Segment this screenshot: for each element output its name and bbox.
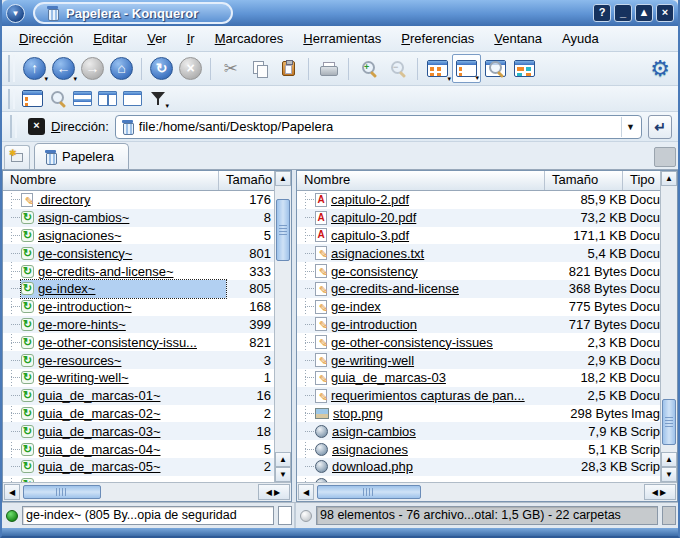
file-name[interactable]: ge-credits-and-license~ [38,264,226,279]
file-name[interactable]: ge-consistency~ [38,246,226,261]
file-row[interactable]: Acapitulo-2.pdf85,9 KBDocu [297,191,660,209]
remove-view-button[interactable] [120,87,145,110]
file-row[interactable]: ✎ge-other-consistency-issues2,3 KBDocu [297,333,660,351]
scroll-up-button[interactable]: ▲ [661,171,677,186]
file-name[interactable]: guia_de_marcas-03~ [38,424,226,439]
scroll-down-button[interactable]: ▼ [661,467,677,482]
file-row[interactable]: asignaciones5,1 KBScrip [297,440,660,458]
file-row[interactable]: ↻ge-writing-well~1 [3,369,274,387]
clear-location-button[interactable]: × [28,118,45,135]
print-button[interactable] [314,54,343,83]
file-row[interactable]: Acapitulo-3.pdf171,1 KBDocu [297,227,660,245]
file-name[interactable]: ge-writing-well~ [38,370,226,385]
file-name[interactable]: capitulo-20.pdf [331,210,554,225]
location-combobox[interactable]: file:/home/santi/Desktop/Papelera ▼ [115,115,642,139]
file-name[interactable]: capitulo-2.pdf [331,192,554,207]
file-name[interactable]: asignaciones~ [38,228,226,243]
file-name[interactable]: ge-index [331,299,554,314]
menu-herramientas[interactable]: Herramientas [294,28,390,49]
menu-direccion[interactable]: Dirección [10,28,82,49]
icon-view-button[interactable]: ▾ [423,54,452,83]
multicolumn-view-button[interactable] [510,54,539,83]
copy-button[interactable] [245,54,274,83]
cut-button[interactable]: ✂ [216,54,245,83]
file-row[interactable]: ↻guia_de_marcas-05~2 [3,458,274,476]
column-header-size[interactable]: Tamaño [219,171,274,190]
file-name[interactable]: stop.png [333,406,555,421]
file-row[interactable]: ↻ge-more-hints~399 [3,316,274,334]
file-name[interactable]: guia_de_marcas-05~ [38,459,226,474]
file-name[interactable]: ge-credits-and-license [331,281,554,296]
column-header-name[interactable]: Nombre [3,171,219,190]
help-button[interactable]: ? [593,4,611,22]
file-row[interactable]: ↻ge-credits-and-license~333 [3,262,274,280]
file-name[interactable]: ge-other-consistency-issues [331,335,554,350]
file-name[interactable]: ge-consistency [331,264,554,279]
scroll-left-right-buttons[interactable]: ◀▶ [644,484,676,500]
toolbar-handle[interactable] [8,89,15,109]
scroll-left-button[interactable]: ◀ [298,484,314,500]
minimize-button[interactable]: _ [614,4,632,22]
scrollbar-thumb[interactable] [23,485,101,499]
file-name[interactable]: guia_de_marcas-02~ [38,406,226,421]
scrollbar-thumb[interactable] [276,199,290,261]
file-row[interactable]: ✎ge-introduction717 BytesDocu [297,316,660,334]
file-row[interactable]: ✎ge-credits-and-license368 BytesDocu [297,280,660,298]
column-header-size[interactable]: Tamaño [545,171,623,190]
file-row[interactable]: Acapitulo-20.pdf73,2 KBDocu [297,209,660,227]
tree-view-button[interactable]: ▾ [452,54,481,83]
file-row[interactable]: ✎asignaciones.txt5,4 KBDocu [297,244,660,262]
file-name[interactable]: asignaciones [332,442,554,457]
toolbar-handle[interactable] [10,115,17,138]
maximize-button[interactable]: ▲ [635,4,653,22]
menu-ayuda[interactable]: Ayuda [553,28,608,49]
file-row[interactable]: ↻ge-index~805 [3,280,274,298]
file-row[interactable]: ↻guia_de_marcas-01~16 [3,387,274,405]
file-name[interactable]: ge-more-hints~ [38,317,226,332]
active-pane-led-icon[interactable] [6,510,18,522]
go-button[interactable]: ↵ [648,115,672,139]
menu-editar[interactable]: Editar [84,28,136,49]
file-row[interactable]: ✎requerimientos capturas de pan...2,5 KB… [297,387,660,405]
menu-marcadores[interactable]: Marcadores [206,28,293,49]
file-name[interactable]: guia_de_marcas-01~ [38,388,226,403]
back-button[interactable]: ←▾ [49,54,78,83]
tab-papelera[interactable]: Papelera [34,143,129,169]
file-row[interactable]: download.php28,3 KBScrip [297,458,660,476]
file-row[interactable]: asign-cambios7,9 KBScrip [297,422,660,440]
resize-grip[interactable] [662,506,676,525]
file-name[interactable]: asign-cambios~ [38,210,226,225]
file-name[interactable]: ge-introduction [331,317,554,332]
file-row[interactable]: ✎ge-index775 BytesDocu [297,298,660,316]
scroll-up-button[interactable]: ▲ [275,171,291,186]
file-name[interactable]: asignaciones.txt [331,246,554,261]
file-name[interactable]: .directory [37,192,226,207]
file-name[interactable]: requerimientos capturas de pan... [331,388,554,403]
new-tab-button[interactable]: ✱ [4,145,30,169]
file-name[interactable]: guia_de_marcas-03 [331,370,554,385]
show-sidebar-button[interactable] [20,87,45,110]
location-input[interactable]: file:/home/santi/Desktop/Papelera [139,119,615,134]
file-name[interactable]: ge-introduction~ [38,299,226,314]
file-row[interactable]: ↻ge-resources~3 [3,351,274,369]
menu-ir[interactable]: Ir [178,28,204,49]
file-row[interactable]: ✎guia_de_marcas-0318,2 KBDocu [297,369,660,387]
close-button[interactable]: × [656,4,674,22]
column-header-type[interactable]: Tipo [623,171,660,190]
scroll-down-button[interactable]: ▼ [275,467,291,482]
file-row[interactable]: ✎.directory176 [3,191,274,209]
file-row[interactable]: ↻ge-other-consistency-issu...821 [3,333,274,351]
file-name[interactable]: ge-index~ [38,281,226,296]
file-row[interactable]: ↻guia_de_marcas-04~5 [3,440,274,458]
split-top-bottom-button[interactable] [70,87,95,110]
preview-view-button[interactable] [481,54,510,83]
split-left-right-button[interactable] [95,87,120,110]
file-name[interactable]: capitulo-3.pdf [331,228,554,243]
file-name[interactable]: guia_de_marcas-04~ [38,442,226,457]
scrollbar-thumb[interactable] [662,399,676,445]
preview-button[interactable] [45,87,70,110]
reload-button[interactable]: ↻ [147,54,176,83]
scroll-up-button[interactable]: ▲ [661,452,677,467]
file-row[interactable]: ↻asign-cambios~8 [3,209,274,227]
file-row[interactable]: ↻guia_de_marcas-03~18 [3,422,274,440]
